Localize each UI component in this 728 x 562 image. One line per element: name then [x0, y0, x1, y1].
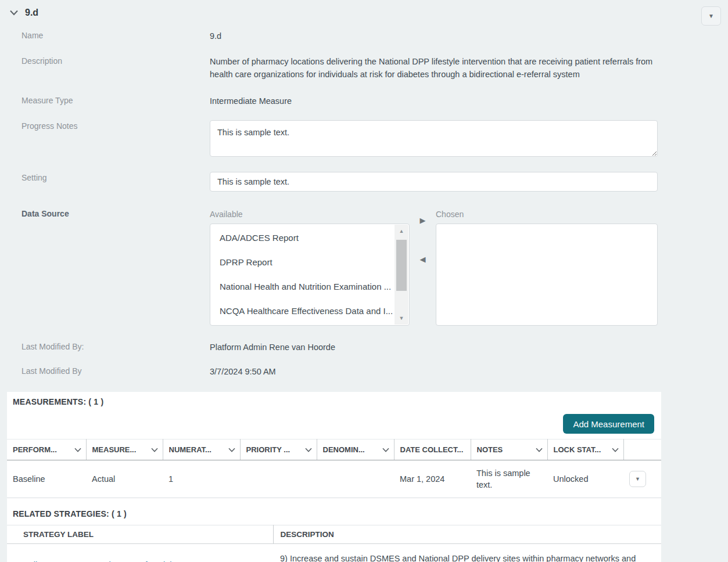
cell-numerator: 1 [163, 460, 240, 498]
name-value: 9.d [210, 30, 658, 42]
related-strategies-heading: RELATED STRATEGIES: ( 1 ) [7, 498, 661, 525]
chevron-down-icon[interactable] [9, 10, 19, 16]
data-source-label: Data Source [0, 208, 210, 218]
caret-down-icon: ▼ [635, 477, 640, 482]
last-modified-by-date-value: 3/7/2024 9:50 AM [210, 365, 658, 378]
form-row-description: Description Number of pharmacy locations… [0, 55, 728, 81]
chevron-down-icon[interactable] [612, 448, 619, 452]
description-value: Number of pharmacy locations delivering … [210, 55, 658, 81]
measure-type-label: Measure Type [0, 95, 210, 105]
section-menu-button[interactable]: ▼ [701, 6, 721, 26]
column-header-strategy-label[interactable]: STRATEGY LABEL [7, 525, 273, 544]
column-header-date-collected[interactable]: DATE COLLECT... [394, 439, 471, 460]
table-row: Baseline Actual 1 Mar 1, 2024 This is sa… [7, 460, 661, 498]
column-header-priority[interactable]: PRIORITY ... [240, 439, 317, 460]
cell-notes: This is sample text. [471, 460, 547, 498]
column-header-strategy-description[interactable]: DESCRIPTION [273, 525, 661, 544]
scrollbar[interactable]: ▲ ▼ [395, 225, 408, 325]
related-strategies-table: STRATEGY LABEL DESCRIPTION Policy & Syst… [7, 525, 661, 562]
form-row-data-source: Data Source Available ADA/ADCES Report D… [0, 208, 728, 326]
column-header-numerator[interactable]: NUMERAT... [163, 439, 240, 460]
cell-performance: Baseline [7, 460, 86, 498]
table-row: Policy & Systems Level Support for Diabe… [7, 544, 661, 562]
row-menu-button[interactable]: ▼ [629, 471, 646, 487]
chevron-down-icon[interactable] [228, 448, 235, 452]
last-modified-by-name-value: Platform Admin Rene van Hoorde [210, 341, 658, 354]
measurements-panel: MEASUREMENTS: ( 1 ) Add Measurement PERF… [7, 392, 661, 562]
scroll-up-icon[interactable]: ▲ [395, 225, 408, 237]
chosen-label: Chosen [436, 208, 658, 221]
measurements-header-row: PERFORM... MEASURE... NUMERAT... PRIORIT… [7, 439, 661, 460]
cell-date-collected: Mar 1, 2024 [394, 460, 471, 498]
form-row-measure-type: Measure Type Intermediate Measure [0, 95, 728, 107]
list-item[interactable]: ADA/ADCES Report [210, 226, 394, 250]
strategies-header-row: STRATEGY LABEL DESCRIPTION [7, 525, 661, 544]
chevron-down-icon[interactable] [305, 448, 312, 452]
name-label: Name [0, 30, 210, 40]
cell-strategy-description: 9) Increase and sustain DSMES and Nation… [273, 544, 661, 562]
cell-measure: Actual [86, 460, 163, 498]
caret-down-icon: ▼ [708, 13, 714, 19]
setting-input[interactable] [210, 172, 658, 192]
scrollbar-thumb[interactable] [396, 240, 407, 291]
section-header: 9.d [0, 6, 728, 19]
form-row-last-modified-by-name: Last Modified By: Platform Admin Rene va… [0, 341, 728, 354]
last-modified-by-date-label: Last Modified By [0, 365, 210, 376]
column-header-notes[interactable]: NOTES [471, 439, 547, 460]
data-source-dual-list: Available ADA/ADCES Report DPRP Report N… [210, 208, 658, 326]
add-measurement-button[interactable]: Add Measurement [563, 414, 654, 434]
column-header-measure[interactable]: MEASURE... [86, 439, 163, 460]
chevron-down-icon[interactable] [536, 448, 543, 452]
chevron-down-icon[interactable] [382, 448, 389, 452]
measure-type-value: Intermediate Measure [210, 95, 658, 107]
available-label: Available [210, 208, 410, 221]
available-listbox[interactable]: ADA/ADCES Report DPRP Report National He… [210, 224, 410, 326]
progress-notes-label: Progress Notes [0, 120, 210, 131]
form-row-name: Name 9.d [0, 30, 728, 42]
form-row-last-modified-by-date: Last Modified By 3/7/2024 9:50 AM [0, 365, 728, 378]
column-header-actions [623, 439, 661, 460]
cell-priority [240, 460, 317, 498]
list-item[interactable]: National Health and Nutrition Examinatio… [210, 275, 394, 299]
form-row-setting: Setting [0, 172, 728, 192]
list-item[interactable]: DPRP Report [210, 250, 394, 275]
measurements-heading: MEASUREMENTS: ( 1 ) [7, 392, 661, 406]
cell-lock-status: Unlocked [547, 460, 623, 498]
scroll-down-icon[interactable]: ▼ [395, 312, 408, 325]
progress-notes-textarea[interactable]: This is sample text. [210, 120, 658, 157]
cell-actions: ▼ [623, 460, 661, 498]
column-header-performance[interactable]: PERFORM... [7, 439, 86, 460]
page-title: 9.d [25, 8, 38, 18]
chevron-down-icon[interactable] [74, 448, 81, 452]
move-right-icon[interactable]: ▶ [419, 215, 427, 225]
description-label: Description [0, 55, 210, 66]
chosen-listbox[interactable] [436, 224, 658, 326]
measure-detail-section: 9.d ▼ Name 9.d Description Number of pha… [0, 0, 728, 378]
measurements-table: PERFORM... MEASURE... NUMERAT... PRIORIT… [7, 439, 661, 498]
form-row-progress-notes: Progress Notes This is sample text. [0, 120, 728, 160]
column-header-lock-status[interactable]: LOCK STAT... [547, 439, 623, 460]
list-item[interactable]: NCQA Healthcare Effectiveness Data and I… [210, 299, 394, 323]
chevron-down-icon[interactable] [151, 448, 158, 452]
cell-denominator [317, 460, 394, 498]
column-header-denominator[interactable]: DENOMIN... [317, 439, 394, 460]
last-modified-by-name-label: Last Modified By: [0, 341, 210, 351]
setting-label: Setting [0, 172, 210, 182]
move-left-icon[interactable]: ◀ [419, 254, 427, 264]
